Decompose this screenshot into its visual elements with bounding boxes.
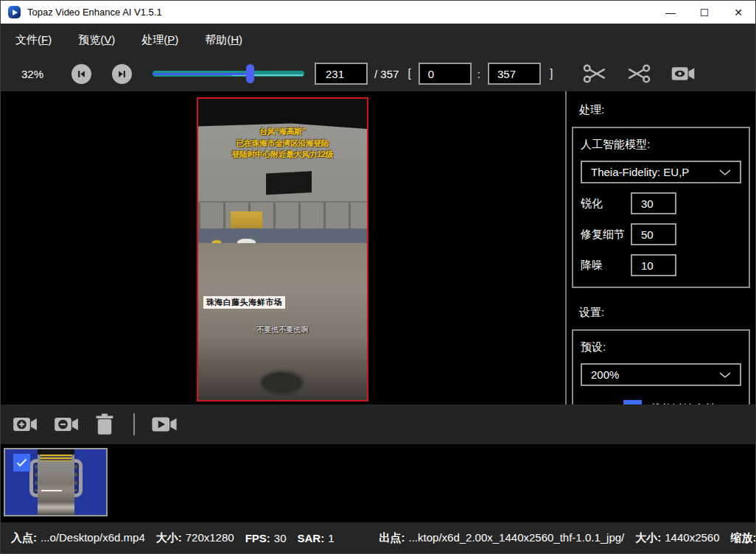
- video-bridge: [198, 201, 367, 228]
- video-location-label: 珠海白藤头海鲜市场: [203, 296, 286, 309]
- denoise-label: 降噪: [581, 259, 631, 273]
- video-list-strip: [1, 444, 755, 522]
- scissors-trim-out-icon: [626, 63, 651, 85]
- skip-to-end-button[interactable]: [112, 64, 132, 84]
- menu-file[interactable]: 文件(F): [11, 30, 56, 50]
- thumbnail-caption-bars: [41, 455, 71, 461]
- menu-bar: 文件(F) 预览(V) 处理(P) 帮助(H): [1, 24, 755, 56]
- trash-icon: [95, 413, 114, 435]
- title-bar: Topaz Video Enhance AI V1.5.1 — ☐ ✕: [1, 1, 755, 24]
- window-controls: — ☐ ✕: [654, 1, 755, 24]
- sharpen-label: 锐化: [581, 197, 631, 211]
- chevron-down-icon: [719, 169, 731, 176]
- minimize-button[interactable]: —: [654, 1, 687, 24]
- slider-progress: [153, 73, 250, 75]
- range-close-bracket: ]: [550, 67, 553, 80]
- video-list-item[interactable]: [4, 448, 108, 516]
- zoom-percent-label: 32%: [21, 68, 51, 80]
- checkmark-icon: [16, 458, 27, 467]
- video-thumbnail: [38, 449, 74, 515]
- toolbar-divider: [133, 413, 135, 435]
- preview-button[interactable]: [671, 65, 696, 83]
- range-start-input[interactable]: 0: [419, 63, 472, 85]
- range-colon: :: [477, 68, 480, 80]
- settings-group: 预设: 200% 裁剪以填充帧: [572, 329, 750, 404]
- delete-video-button[interactable]: [95, 413, 114, 435]
- preset-value: 200%: [591, 368, 619, 381]
- status-scale: 缩放:200%: [731, 531, 756, 545]
- sharpen-input[interactable]: 30: [631, 192, 676, 214]
- range-end-input[interactable]: 357: [488, 63, 541, 85]
- menu-help[interactable]: 帮助(H): [200, 30, 247, 50]
- current-frame-input[interactable]: 231: [315, 63, 368, 85]
- preset-select[interactable]: 200%: [581, 363, 741, 386]
- menu-preview[interactable]: 预览(V): [74, 30, 119, 50]
- video-list-toolbar: [1, 404, 755, 444]
- app-logo-icon: [8, 6, 21, 18]
- menu-process[interactable]: 处理(P): [137, 30, 183, 50]
- video-preview[interactable]: 台风“海高斯” 已在珠海市金湾区沿海登陆 登陆时中心附近最大风力12级 珠海白藤…: [197, 97, 368, 402]
- video-subtitle: 不要慌不要慌啊: [198, 325, 367, 335]
- skip-to-end-icon: [116, 69, 127, 80]
- processing-heading: 处理:: [579, 103, 750, 117]
- settings-heading: 设置:: [579, 306, 750, 320]
- status-bar: 入点:...o/Desktop/x6d.mp4 大小:720x1280 FPS:…: [1, 522, 755, 553]
- skip-to-start-icon: [76, 69, 87, 80]
- caption-line-1: 台风“海高斯”: [198, 126, 367, 138]
- caption-line-3: 登陆时中心附近最大风力12级: [198, 149, 367, 161]
- close-button[interactable]: ✕: [721, 1, 755, 24]
- maximize-button[interactable]: ☐: [687, 1, 721, 24]
- timeline-slider[interactable]: [153, 64, 304, 83]
- restore-detail-input[interactable]: 50: [631, 223, 676, 245]
- ai-model-group: 人工智能模型: Theia-Fidelity: EU,P 锐化 30 修复细节 …: [572, 127, 750, 288]
- scissors-trim-in-icon: [582, 63, 607, 85]
- chevron-down-icon: [719, 371, 731, 379]
- total-frames-label: / 357: [374, 68, 399, 80]
- right-panel: 处理: 人工智能模型: Theia-Fidelity: EU,P 锐化 30 修…: [567, 91, 755, 404]
- camera-play-icon: [151, 415, 178, 434]
- status-fps: FPS:30: [245, 532, 287, 544]
- video-caption-overlay: 台风“海高斯” 已在珠海市金湾区沿海登陆 登陆时中心附近最大风力12级: [198, 126, 367, 161]
- camera-minus-icon: [54, 415, 79, 434]
- window-title: Topaz Video Enhance AI V1.5.1: [27, 7, 162, 18]
- range-open-bracket: [: [407, 67, 410, 80]
- camera-plus-icon: [13, 415, 38, 434]
- preview-canvas: 台风“海高斯” 已在珠海市金湾区沿海登陆 登陆时中心附近最大风力12级 珠海白藤…: [1, 91, 565, 404]
- slider-handle[interactable]: [246, 64, 254, 83]
- preset-label: 预设:: [581, 340, 741, 354]
- remove-video-button[interactable]: [54, 415, 79, 434]
- status-in-point: 入点:...o/Desktop/x6d.mp4: [11, 531, 145, 545]
- ai-model-label: 人工智能模型:: [581, 138, 741, 152]
- skip-to-start-button[interactable]: [71, 64, 91, 84]
- add-video-button[interactable]: [13, 415, 38, 434]
- ai-model-value: Theia-Fidelity: EU,P: [591, 166, 689, 178]
- status-in-size: 大小:720x1280: [156, 531, 234, 545]
- status-sar: SAR:1: [298, 532, 335, 544]
- playback-toolbar: 32% 231 / 357 [ 0 : 357 ]: [1, 56, 755, 91]
- main-area: 台风“海高斯” 已在珠海市金湾区沿海登陆 登陆时中心附近最大风力12级 珠海白藤…: [1, 91, 755, 404]
- status-out-size: 大小:1440x2560: [635, 531, 719, 545]
- trim-in-button[interactable]: [582, 63, 607, 85]
- restore-detail-label: 修复细节: [581, 228, 631, 242]
- video-hanging-object: [266, 172, 312, 195]
- caption-line-2: 已在珠海市金湾区沿海登陆: [198, 138, 367, 150]
- status-out-point: 出点:...ktop/x6d_2.00x_1440x2560_thf-1.0.1…: [379, 531, 625, 545]
- denoise-input[interactable]: 10: [631, 254, 676, 276]
- app-window: Topaz Video Enhance AI V1.5.1 — ☐ ✕ 文件(F…: [0, 0, 756, 554]
- video-dark-debris: [261, 371, 303, 394]
- video-selected-checkbox[interactable]: [13, 454, 30, 471]
- trim-out-button[interactable]: [626, 63, 651, 85]
- ai-model-select[interactable]: Theia-Fidelity: EU,P: [581, 161, 741, 183]
- thumbnail-highlight-line: [41, 490, 62, 491]
- camera-eye-preview-icon: [671, 65, 696, 83]
- process-video-button[interactable]: [151, 415, 178, 434]
- video-underbridge: [198, 228, 367, 243]
